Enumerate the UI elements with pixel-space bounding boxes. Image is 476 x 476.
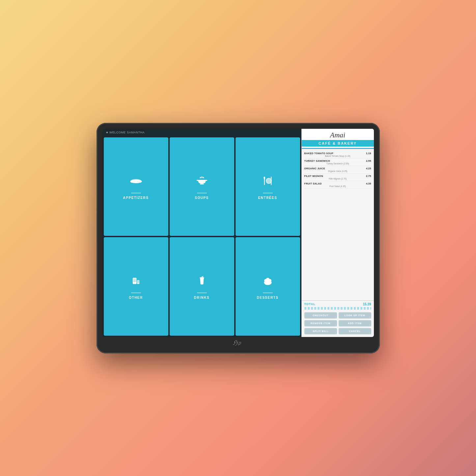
- order-item-price: 1.19: [366, 152, 371, 155]
- order-item-price: 4.35: [366, 182, 371, 185]
- svg-rect-2: [130, 181, 141, 182]
- soups-divider: [197, 193, 207, 193]
- order-item: BAKED TOMATO SOUP 1.19 Baked Tomato Soup…: [304, 151, 371, 158]
- svg-rect-11: [133, 280, 136, 280]
- other-divider: [131, 293, 141, 293]
- order-item-name: ORGANIC JUICE: [304, 167, 325, 170]
- other-label: OTHER: [129, 296, 143, 299]
- appetizers-divider: [131, 193, 141, 193]
- zigzag-divider: [304, 307, 371, 310]
- drinks-label: DRINKS: [194, 296, 210, 299]
- split-button[interactable]: SPLIT BILL: [304, 328, 337, 334]
- brand-name: Amai: [305, 131, 371, 139]
- order-item-desc: Organic Juice (4.25): [304, 170, 371, 172]
- total-label: TOTAL: [304, 302, 316, 306]
- lookup-button[interactable]: LOOK UP ITEM: [339, 312, 371, 319]
- svg-rect-9: [132, 278, 136, 284]
- add-button[interactable]: ADD ITEM: [339, 320, 371, 326]
- right-panel: Amai CAFÉ & BAKERY BAKED TOMATO SOUP 1.1…: [301, 129, 374, 337]
- svg-rect-4: [200, 183, 204, 184]
- appetizers-label: APPETIZERS: [123, 196, 149, 200]
- order-item-name: FILET MIGNON: [304, 175, 323, 178]
- drinks-divider: [197, 293, 207, 293]
- welcome-text: ★ WELCOME SAMANTHA: [106, 131, 145, 134]
- svg-rect-3: [196, 180, 207, 181]
- drink-icon: [195, 273, 209, 290]
- order-item-price: 2.75: [366, 175, 371, 178]
- brand-header: Amai CAFÉ & BAKERY: [302, 129, 374, 149]
- desserts-label: DESSERTS: [257, 296, 279, 299]
- order-item-desc: Fruit Salad (4.35): [304, 185, 371, 187]
- hp-logo: ℌ𝔭: [232, 339, 245, 349]
- order-item-name: FRUIT SALAD: [304, 182, 322, 185]
- svg-rect-12: [133, 281, 136, 282]
- order-item-name: TURKEY SANDWICH: [304, 159, 330, 162]
- svg-rect-14: [137, 281, 139, 281]
- desserts-divider: [263, 293, 273, 293]
- drinks-tile[interactable]: DRINKS: [170, 237, 234, 336]
- other-icon: [129, 273, 143, 290]
- soups-label: SOUPS: [195, 196, 209, 200]
- order-item-name: BAKED TOMATO SOUP: [304, 152, 334, 155]
- screen: ★ WELCOME SAMANTHA APPETIZ: [102, 129, 374, 337]
- order-item: ORGANIC JUICE 4.25 Organic Juice (4.25): [304, 166, 371, 174]
- device-bottom: ℌ𝔭: [232, 337, 245, 350]
- order-item: FRUIT SALAD 4.35 Fruit Salad (4.35): [304, 181, 371, 189]
- entrees-label: ENTRÉES: [258, 196, 277, 200]
- order-item: TURKEY SANDWICH 2.55 Turkey Sandwich (2.…: [304, 158, 371, 166]
- order-item: FILET MIGNON 2.75 Filet Mignon (2.75): [304, 174, 371, 181]
- brand-subtitle: CAFÉ & BAKERY: [302, 140, 374, 147]
- order-item-price: 2.55: [366, 159, 371, 162]
- appetizer-icon: [129, 174, 143, 190]
- svg-point-7: [266, 178, 271, 183]
- left-panel: ★ WELCOME SAMANTHA APPETIZ: [102, 129, 301, 337]
- order-item-price: 4.25: [366, 167, 371, 170]
- order-item-desc: Filet Mignon (2.75): [304, 178, 371, 180]
- soup-icon: [195, 174, 209, 190]
- menu-grid: APPETIZERS: [102, 136, 301, 337]
- desserts-tile[interactable]: DESSERTS: [236, 237, 300, 336]
- order-item-desc: Baked Tomato Soup (1.19): [304, 155, 371, 157]
- order-item-desc: Turkey Sandwich (2.55): [304, 162, 371, 165]
- entrees-tile[interactable]: ENTRÉES: [236, 137, 300, 236]
- checkout-button[interactable]: CHECKOUT: [304, 312, 337, 319]
- device: ★ WELCOME SAMANTHA APPETIZ: [97, 123, 380, 353]
- welcome-bar: ★ WELCOME SAMANTHA: [102, 129, 301, 136]
- appetizers-tile[interactable]: APPETIZERS: [104, 137, 168, 236]
- soups-tile[interactable]: SOUPS: [170, 137, 234, 236]
- entree-icon: [261, 174, 275, 190]
- entrees-divider: [263, 193, 273, 193]
- svg-rect-10: [133, 279, 136, 279]
- svg-rect-15: [137, 282, 139, 282]
- other-tile[interactable]: OTHER: [104, 237, 168, 336]
- svg-text:ℌ𝔭: ℌ𝔭: [233, 339, 241, 346]
- screen-content: ★ WELCOME SAMANTHA APPETIZ: [102, 129, 374, 337]
- cancel-button[interactable]: CANCEL: [339, 328, 371, 334]
- dessert-icon: [261, 273, 275, 290]
- total-amount: 15.39: [363, 302, 371, 306]
- svg-point-21: [268, 279, 271, 282]
- remove-button[interactable]: REMOVE ITEM: [304, 320, 337, 326]
- action-buttons: CHECKOUTLOOK UP ITEMREMOVE ITEMADD ITEMS…: [302, 310, 374, 337]
- order-total-row: TOTAL 15.39: [302, 300, 374, 307]
- order-list: BAKED TOMATO SOUP 1.19 Baked Tomato Soup…: [302, 149, 374, 300]
